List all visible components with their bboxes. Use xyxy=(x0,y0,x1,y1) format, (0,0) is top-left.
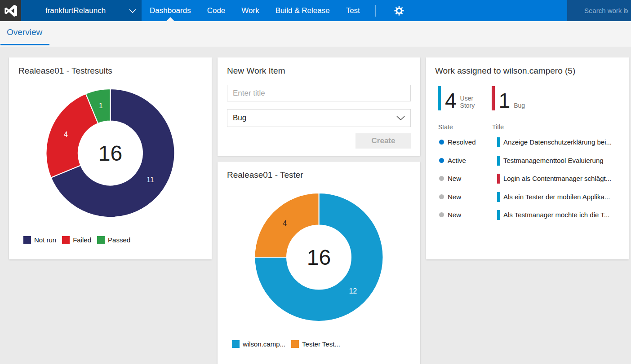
work-item-state: Resolved xyxy=(448,138,476,146)
nav-item-dashboards[interactable]: Dashboards xyxy=(142,0,199,21)
testresults-donut-chart[interactable]: 114116 xyxy=(9,84,212,219)
create-button[interactable]: Create xyxy=(355,133,411,149)
counter-user-story: 4User Story xyxy=(438,86,480,110)
nav-item-work[interactable]: Work xyxy=(233,0,267,21)
counter-color-bar xyxy=(438,86,441,110)
topbar-spacer xyxy=(404,0,567,21)
vsts-logo[interactable] xyxy=(0,0,21,21)
segment-value-label: 4 xyxy=(283,219,287,227)
legend-label: Failed xyxy=(73,236,91,244)
top-navigation-bar: frankfurtRelaunch DashboardsCodeWorkBuil… xyxy=(0,0,631,21)
work-assigned-title: Work assigned to wilson.campero (5) xyxy=(435,66,622,76)
work-item-row[interactable]: NewAls Testmanager möchte ich die T... xyxy=(426,210,629,220)
widget-tester: Realease01 - Tester 12416 wilson.camp...… xyxy=(218,162,420,364)
chevron-down-icon xyxy=(129,9,136,13)
project-selector[interactable]: frankfurtRelaunch xyxy=(21,0,142,21)
legend-swatch xyxy=(62,236,70,244)
work-item-title[interactable]: Login als Contentmanager schlägt... xyxy=(503,175,625,182)
legend-item-failed: Failed xyxy=(62,236,91,244)
work-item-type-bar xyxy=(497,192,500,202)
work-item-type-value: Bug xyxy=(233,114,246,123)
counter-value: 4 xyxy=(445,91,457,110)
widget-testresults: Realease01 - Testresults 114116 Not runF… xyxy=(9,57,212,259)
legend-label: wilson.camp... xyxy=(243,340,285,348)
vsts-logo-icon xyxy=(4,4,18,18)
nav-item-code[interactable]: Code xyxy=(199,0,234,21)
work-item-title[interactable]: Als Testmanager möchte ich die T... xyxy=(503,211,625,219)
project-name: frankfurtRelaunch xyxy=(45,6,106,15)
legend-item-tester-test: Tester Test... xyxy=(291,340,340,348)
counter-color-bar xyxy=(492,86,495,110)
main-nav: DashboardsCodeWorkBuild & ReleaseTest xyxy=(142,0,368,21)
legend-swatch xyxy=(23,236,31,244)
work-item-state: New xyxy=(448,175,461,182)
work-item-type-bar xyxy=(497,156,500,166)
legend-swatch xyxy=(232,340,240,348)
tester-donut-chart[interactable]: 12416 xyxy=(218,189,420,323)
work-item-title[interactable]: Testmanagementtool Evaluierung xyxy=(503,157,625,164)
work-item-type-bar xyxy=(497,137,500,147)
work-items-list: ResolvedAnzeige Datenschutzerklärung bei… xyxy=(426,137,629,220)
legend-item-wilson-camp: wilson.camp... xyxy=(232,340,285,348)
work-item-row[interactable]: NewLogin als Contentmanager schlägt... xyxy=(426,174,629,184)
tab-overview-label: Overview xyxy=(7,27,42,37)
segment-value-label: 4 xyxy=(64,131,68,138)
nav-item-build-release[interactable]: Build & Release xyxy=(267,0,338,21)
counter-label: Bug xyxy=(514,102,525,109)
work-item-type-bar xyxy=(497,174,500,184)
nav-separator xyxy=(375,5,376,17)
counter-label: User Story xyxy=(460,95,480,109)
legend-label: Not run xyxy=(34,236,56,244)
nav-item-test[interactable]: Test xyxy=(338,0,368,21)
work-type-counters: 4User Story1Bug xyxy=(438,86,525,110)
work-item-row[interactable]: ActiveTestmanagementtool Evaluierung xyxy=(426,156,629,166)
new-work-item-title: New Work Item xyxy=(227,66,413,76)
state-dot-icon xyxy=(439,140,444,145)
widget-tester-title: Realease01 - Tester xyxy=(227,170,413,180)
work-item-title[interactable]: Als ein Tester der mobilen Applika... xyxy=(503,193,625,201)
tab-overview[interactable]: Overview xyxy=(7,27,42,37)
work-item-state: Active xyxy=(448,157,466,164)
segment-value-label: 12 xyxy=(349,287,357,295)
work-item-title-input[interactable] xyxy=(227,85,411,101)
work-item-row[interactable]: NewAls ein Tester der mobilen Applika... xyxy=(426,192,629,202)
active-tab-underline xyxy=(0,44,49,45)
work-item-type-bar xyxy=(497,210,500,220)
work-item-state: New xyxy=(448,211,461,219)
counter-value: 1 xyxy=(499,91,511,110)
work-item-state: New xyxy=(448,193,461,201)
legend-swatch xyxy=(291,340,299,348)
widget-testresults-title: Realease01 - Testresults xyxy=(18,66,204,76)
dashboard-tabstrip: Overview xyxy=(0,21,631,47)
state-dot-icon xyxy=(439,194,444,199)
dashboard-content: Realease01 - Testresults 114116 Not runF… xyxy=(0,47,631,364)
donut-segment-failed[interactable] xyxy=(46,94,98,178)
donut-center-total: 16 xyxy=(307,246,331,269)
work-item-row[interactable]: ResolvedAnzeige Datenschutzerklärung bei… xyxy=(426,137,629,147)
donut-center-total: 16 xyxy=(98,141,122,165)
segment-value-label: 11 xyxy=(147,176,154,184)
work-item-title[interactable]: Anzeige Datenschutzerklärung bei... xyxy=(503,138,625,146)
tester-legend: wilson.camp...Tester Test... xyxy=(232,340,340,348)
gear-icon xyxy=(394,5,404,16)
select-chevron-icon xyxy=(396,116,405,120)
donut-svg: 114116 xyxy=(9,84,212,219)
work-item-type-select[interactable]: Bug xyxy=(227,109,411,127)
legend-swatch xyxy=(97,236,105,244)
widget-new-work-item: New Work Item Bug Create xyxy=(218,57,420,156)
column-header-state: State xyxy=(438,123,453,131)
state-dot-icon xyxy=(439,212,444,217)
column-header-title: Title xyxy=(492,123,504,131)
state-dot-icon xyxy=(439,176,444,181)
segment-value-label: 1 xyxy=(99,102,103,110)
counter-bug: 1Bug xyxy=(492,86,525,110)
state-dot-icon xyxy=(439,158,444,163)
legend-label: Passed xyxy=(108,236,130,244)
legend-label: Tester Test... xyxy=(302,340,340,348)
widget-work-assigned: Work assigned to wilson.campero (5) 4Use… xyxy=(426,57,629,259)
donut-svg: 12416 xyxy=(218,189,420,323)
testresults-legend: Not runFailedPassed xyxy=(23,236,130,244)
search-input[interactable] xyxy=(567,0,631,21)
settings-button[interactable] xyxy=(394,0,404,21)
legend-item-passed: Passed xyxy=(97,236,130,244)
